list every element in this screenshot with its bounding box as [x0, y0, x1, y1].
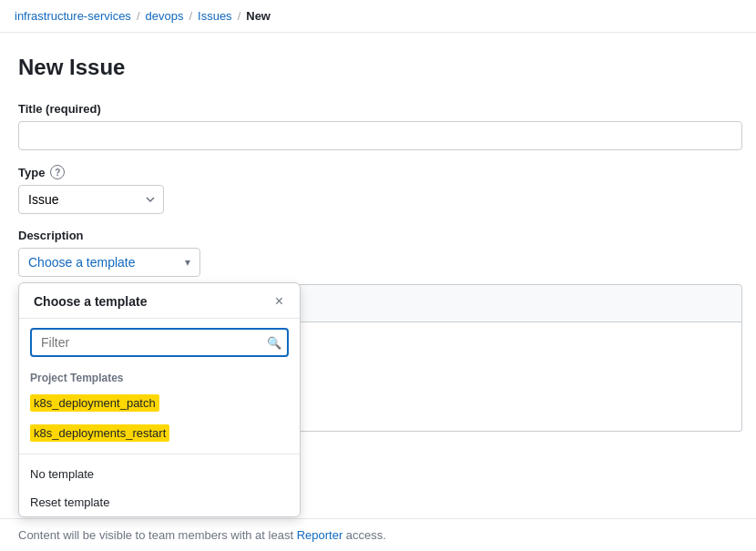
breadcrumb-sep-2: /: [189, 9, 192, 23]
title-field-group: Title (required): [18, 102, 729, 150]
title-label: Title (required): [18, 102, 729, 116]
type-help-icon[interactable]: ?: [50, 165, 65, 179]
template-item-k8s-deployments-restart[interactable]: k8s_deployments_restart: [19, 418, 300, 448]
no-template-item[interactable]: No template: [19, 460, 300, 468]
description-label: Description: [18, 229, 729, 242]
type-field-group: Type ? Issue Bug Feature Task: [18, 165, 729, 214]
title-input[interactable]: [18, 121, 742, 150]
breadcrumb-issues[interactable]: Issues: [198, 9, 232, 23]
section-label: Project Templates: [19, 366, 300, 388]
page-title: New Issue: [18, 55, 729, 80]
close-button[interactable]: ×: [273, 294, 285, 309]
breadcrumb-sep-3: /: [238, 9, 241, 23]
template-dropdown: Choose a template × 🔍 Project Templates …: [18, 282, 301, 468]
filter-input[interactable]: [30, 328, 289, 357]
breadcrumb-sep-1: /: [137, 9, 140, 23]
template-item-k8s-deployment-patch[interactable]: k8s_deployment_patch: [19, 388, 300, 418]
breadcrumb-current: New: [246, 9, 271, 23]
divider: [19, 454, 300, 454]
search-icon: 🔍: [267, 336, 281, 350]
filter-container: 🔍: [19, 319, 300, 366]
template-select-button[interactable]: Choose a template ▾: [18, 248, 200, 277]
chevron-down-icon: ▾: [185, 256, 190, 269]
dropdown-title: Choose a template: [34, 294, 147, 309]
type-select[interactable]: Issue Bug Feature Task: [18, 185, 164, 214]
type-label: Type ?: [18, 165, 729, 179]
breadcrumb-infrastructure[interactable]: infrastructure-services: [15, 9, 131, 23]
breadcrumb-devops[interactable]: devops: [146, 9, 184, 23]
breadcrumb: infrastructure-services / devops / Issue…: [0, 0, 756, 33]
dropdown-header: Choose a template ×: [19, 283, 300, 319]
template-select-label: Choose a template: [28, 255, 136, 270]
